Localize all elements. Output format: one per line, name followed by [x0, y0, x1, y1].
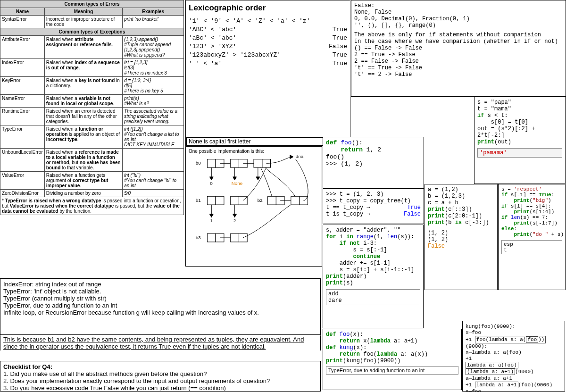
falsey-l3: 0, 0.0, Decimal(0), Fraction(0, 1): [354, 16, 563, 22]
adder-panel: s, adder = "adder", "" for i in range(1,…: [323, 225, 424, 328]
svg-marker-27: [256, 177, 260, 180]
none-capital-note: None is capital first letter: [186, 137, 323, 146]
error-list-panel: IndexError: string index out of range Ty…: [0, 278, 321, 335]
papa-output: 'pamama': [477, 148, 562, 158]
foo-output: >>> (1, 2): [326, 160, 421, 167]
falsey-l10: 't' == True -> False: [354, 65, 563, 71]
svg-rect-2: [231, 159, 239, 167]
kungfoo-error: TypeError, due to adding function to an …: [326, 366, 458, 375]
foo-call: foo(): [326, 153, 421, 160]
checklist-title: Checklist for Q4:: [3, 363, 52, 370]
svg-rect-17: [207, 234, 216, 242]
svg-marker-25: [233, 177, 237, 180]
falsey-l7: () == False -> False: [354, 45, 563, 51]
ct-l1: >>> t = (1, 2, 3): [326, 191, 421, 198]
diagram-panel: One possible implementation is this:: [185, 146, 322, 267]
falsey-panel: False: None, False 0, 0.0, Decimal(0), F…: [351, 0, 566, 97]
papa-l1: s = "papa": [477, 99, 562, 106]
b1b2-note: This is because b1 and b2 have the same …: [0, 335, 321, 350]
papa-l2: t = "mama": [477, 106, 562, 112]
respect-output: esp t: [501, 240, 562, 254]
svg-rect-8: [207, 196, 216, 205]
papa-l4: s[0] = t[0]: [477, 119, 562, 125]
diagram-caption: One possible implementation is this:: [189, 149, 319, 154]
svg-rect-14: [291, 196, 300, 205]
svg-marker-32: [290, 155, 293, 159]
svg-marker-29: [209, 214, 213, 217]
svg-rect-12: [268, 196, 276, 205]
linked-list-diagram: b0 b1 b2 b3 dna None 0 1 2: [189, 154, 319, 258]
svg-rect-4: [254, 159, 262, 167]
svg-text:2: 2: [233, 218, 236, 223]
kungfoo-panel: def foo(x): return x(lambda a: a+1) def …: [323, 329, 462, 390]
ct-l2: >>> t_copy = copy_tree(t): [326, 198, 421, 204]
error-table: Common types of Errors Name Meaning Exam…: [0, 0, 184, 197]
lexico-title: Lexicographic order: [189, 3, 347, 13]
lexicographic-panel: Lexicographic order '1' < '9' < 'A' < 'Z…: [185, 0, 350, 146]
svg-text:b2: b2: [258, 198, 263, 203]
falsey-l11: 't' == 2 -> False: [354, 71, 563, 78]
svg-rect-9: [216, 196, 224, 205]
svg-text:dna: dna: [296, 154, 304, 159]
falsey-l8: 2 == True -> False: [354, 51, 563, 58]
falsey-l4: '', (), [], {}, range(0): [354, 22, 563, 29]
svg-text:b0: b0: [196, 160, 201, 166]
falsey-l9: 2 == False -> False: [354, 58, 563, 65]
trace-panel: kung(foo)(9000): x→foo +1 foo(lambda a: …: [462, 321, 565, 392]
svg-text:0: 0: [210, 181, 213, 186]
col-meaning: Meaning: [44, 8, 123, 16]
svg-marker-31: [233, 214, 237, 217]
falsey-l1: False:: [354, 2, 563, 9]
col-name: Name: [0, 8, 45, 16]
papa-l5: out = (s*2)[:2] + 2*t[-2:]: [477, 125, 562, 139]
svg-text:None: None: [232, 181, 243, 186]
svg-text:b1: b1: [196, 198, 201, 203]
col-examples: Examples: [123, 8, 184, 16]
checklist-panel: Checklist for Q4: 1. Did you make use of…: [0, 361, 321, 392]
svg-rect-10: [231, 196, 239, 205]
svg-text:1: 1: [210, 218, 212, 223]
papa-l3: s < t:: [488, 112, 508, 119]
falsey-l2: None, False: [354, 9, 563, 16]
falsey-l5: The above is only for if statements with…: [354, 32, 563, 38]
respect-panel: s = 'respect' if s[-1] == True: print("b…: [498, 184, 566, 290]
svg-text:b3: b3: [196, 235, 201, 240]
svg-marker-23: [209, 177, 213, 180]
falsey-l6: In the case where we have comparision (w…: [354, 38, 563, 45]
exceptions-header: Common types of Exceptions: [0, 28, 184, 36]
papa-panel: s = "papa" t = "mama" if s < t: s[0] = t…: [474, 97, 566, 184]
svg-rect-19: [231, 234, 239, 242]
copy-tree-panel: >>> t = (1, 2, 3) >>> t_copy = copy_tree…: [323, 189, 424, 224]
svg-rect-0: [207, 159, 216, 167]
error-footnote: * TypeError is raised when a wrong datat…: [0, 197, 184, 215]
lexico-chain: '1' < '9' < 'A' < 'Z' < 'a' < 'z': [189, 17, 310, 25]
errors-header: Common types of Errors: [0, 0, 184, 8]
adder-output: add dare: [326, 289, 420, 305]
foo-tuple-panel: def foo(): return 1, 2 foo() >>> (1, 2): [323, 137, 424, 189]
tuple-add-panel: a = (1,2) b = (1,2,3) c = a + b print(c[…: [424, 184, 498, 290]
